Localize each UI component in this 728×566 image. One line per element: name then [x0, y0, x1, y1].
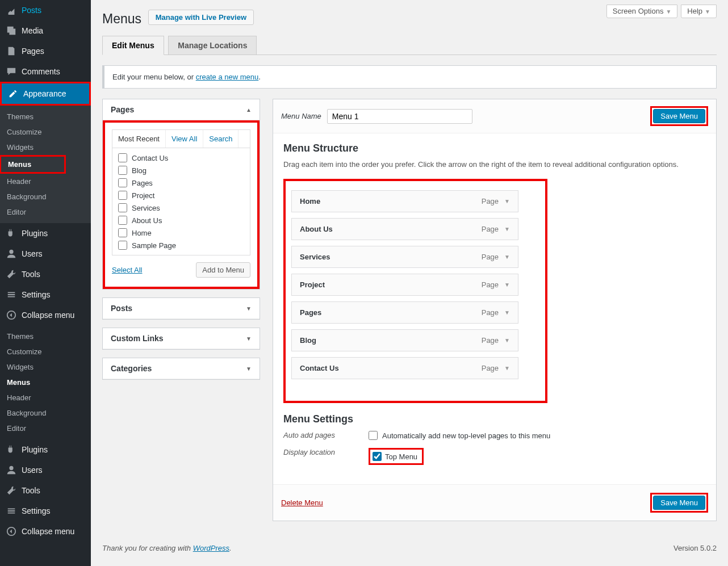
sub-editor[interactable]: Editor — [0, 204, 91, 220]
sidebar-item-pages[interactable]: Pages — [0, 41, 91, 61]
checkbox[interactable] — [118, 178, 127, 187]
create-menu-link[interactable]: create a new menu — [196, 73, 259, 81]
sub-header[interactable]: Header — [0, 174, 91, 189]
sidebar2-settings[interactable]: Settings — [0, 501, 91, 521]
page-check-row[interactable]: About Us — [115, 214, 248, 227]
checkbox[interactable] — [118, 166, 127, 175]
highlight-appearance: Appearance — [0, 82, 91, 106]
page-check-row[interactable]: Project — [115, 189, 248, 202]
postbox-custom-links[interactable]: Custom Links▼ — [102, 328, 260, 350]
menu-item[interactable]: Contact UsPage▼ — [291, 357, 518, 379]
sidebar-item-appearance[interactable]: Appearance — [2, 83, 89, 104]
page-check-row[interactable]: Blog — [115, 164, 248, 177]
sidebar-item-posts[interactable]: Posts — [0, 0, 91, 20]
page-check-row[interactable]: Sample Page — [115, 239, 248, 251]
chevron-down-icon: ▼ — [246, 336, 252, 342]
sidebar-item-plugins[interactable]: Plugins — [0, 223, 91, 244]
menu-settings-heading: Menu Settings — [283, 413, 706, 425]
svg-point-0 — [9, 250, 13, 254]
sub2-editor[interactable]: Editor — [0, 421, 91, 436]
tab-manage-locations[interactable]: Manage Locations — [168, 36, 257, 54]
label: Services — [132, 204, 160, 212]
sub2-background[interactable]: Background — [0, 405, 91, 421]
tab-most-recent[interactable]: Most Recent — [112, 130, 166, 148]
help-button[interactable]: Help▼ — [681, 5, 717, 18]
sidebar-item-settings[interactable]: Settings — [0, 284, 91, 305]
delete-menu-link[interactable]: Delete Menu — [281, 498, 323, 507]
sidebar-item-media[interactable]: Media — [0, 20, 91, 41]
chevron-down-icon[interactable]: ▼ — [504, 254, 510, 260]
menu-item[interactable]: ServicesPage▼ — [291, 246, 518, 268]
label: About Us — [300, 225, 333, 233]
postbox-posts[interactable]: Posts▼ — [102, 297, 260, 320]
chevron-down-icon[interactable]: ▼ — [504, 282, 510, 288]
chevron-down-icon[interactable]: ▼ — [504, 309, 510, 316]
version-text: Version 5.0.2 — [673, 544, 717, 552]
sidebar2-collapse[interactable]: Collapse menu — [0, 521, 91, 542]
checkbox[interactable] — [118, 216, 127, 225]
auto-add-checkbox[interactable] — [369, 431, 378, 440]
tab-edit-menus[interactable]: Edit Menus — [102, 36, 164, 55]
sidebar-item-tools[interactable]: Tools — [0, 264, 91, 284]
sidebar-item-users[interactable]: Users — [0, 244, 91, 264]
sidebar2-plugins[interactable]: Plugins — [0, 439, 91, 460]
live-preview-button[interactable]: Manage with Live Preview — [148, 10, 254, 25]
sub-customize[interactable]: Customize — [0, 124, 91, 140]
page-check-list[interactable]: Contact Us Blog Pages Project Services A… — [112, 148, 250, 255]
select-all-link[interactable]: Select All — [112, 266, 142, 274]
postbox-pages: Pages▲ Most Recent View All Search Conta… — [102, 99, 260, 290]
chevron-down-icon[interactable]: ▼ — [504, 198, 510, 204]
sub2-widgets[interactable]: Widgets — [0, 359, 91, 375]
menu-item[interactable]: ProjectPage▼ — [291, 274, 518, 296]
page-check-row[interactable]: Pages — [115, 177, 248, 189]
page-check-row[interactable]: Contact Us — [115, 152, 248, 164]
checkbox[interactable] — [118, 241, 127, 250]
menu-name-input[interactable] — [327, 109, 472, 124]
save-menu-button-bottom[interactable]: Save Menu — [653, 496, 705, 510]
chevron-down-icon[interactable]: ▼ — [504, 337, 510, 343]
menu-name-label: Menu Name — [281, 112, 321, 120]
chevron-down-icon[interactable]: ▼ — [504, 226, 510, 232]
sidebar-label: Users — [22, 249, 43, 258]
page-check-row[interactable]: Services — [115, 202, 248, 214]
menu-item[interactable]: BlogPage▼ — [291, 329, 518, 351]
menu-item[interactable]: HomePage▼ — [291, 190, 518, 212]
sidebar2-users[interactable]: Users — [0, 460, 91, 480]
sidebar2-tools[interactable]: Tools — [0, 480, 91, 501]
tab-search[interactable]: Search — [203, 130, 239, 148]
sidebar-collapse[interactable]: Collapse menu — [0, 305, 91, 325]
highlight-menus: Menus — [0, 155, 66, 174]
menu-structure-heading: Menu Structure — [283, 142, 706, 154]
top-menu-checkbox[interactable] — [373, 452, 382, 461]
checkbox[interactable] — [118, 203, 127, 212]
menu-body: Menu Structure Drag each item into the o… — [273, 133, 716, 484]
menu-header: Menu Name Save Menu — [273, 99, 716, 133]
checkbox[interactable] — [118, 191, 127, 200]
sidebar-item-comments[interactable]: Comments — [0, 61, 91, 82]
collapse-icon — [6, 526, 17, 537]
checkbox[interactable] — [118, 228, 127, 237]
checkbox[interactable] — [118, 153, 127, 162]
screen-options-button[interactable]: Screen Options▼ — [606, 5, 678, 18]
sub2-customize[interactable]: Customize — [0, 344, 91, 359]
add-to-menu-button[interactable]: Add to Menu — [196, 262, 250, 278]
page-check-row[interactable]: Home — [115, 227, 248, 239]
sub-themes[interactable]: Themes — [0, 109, 91, 124]
chevron-down-icon[interactable]: ▼ — [504, 365, 510, 371]
menu-item[interactable]: About UsPage▼ — [291, 218, 518, 240]
sub-widgets[interactable]: Widgets — [0, 140, 91, 155]
wrench-icon — [6, 485, 17, 496]
postbox-categories[interactable]: Categories▼ — [102, 358, 260, 380]
save-menu-button[interactable]: Save Menu — [653, 109, 705, 123]
wordpress-link[interactable]: WordPress — [193, 544, 229, 552]
sub-background[interactable]: Background — [0, 189, 91, 204]
menu-item[interactable]: PagesPage▼ — [291, 301, 518, 324]
label: Help — [687, 7, 702, 15]
sub2-themes[interactable]: Themes — [0, 329, 91, 344]
postbox-head-pages[interactable]: Pages▲ — [103, 99, 260, 120]
tab-view-all[interactable]: View All — [166, 130, 203, 148]
sub-menus[interactable]: Menus — [1, 157, 64, 172]
sub2-header[interactable]: Header — [0, 390, 91, 405]
sub2-menus[interactable]: Menus — [0, 375, 91, 390]
page-title: Menus — [102, 11, 141, 27]
